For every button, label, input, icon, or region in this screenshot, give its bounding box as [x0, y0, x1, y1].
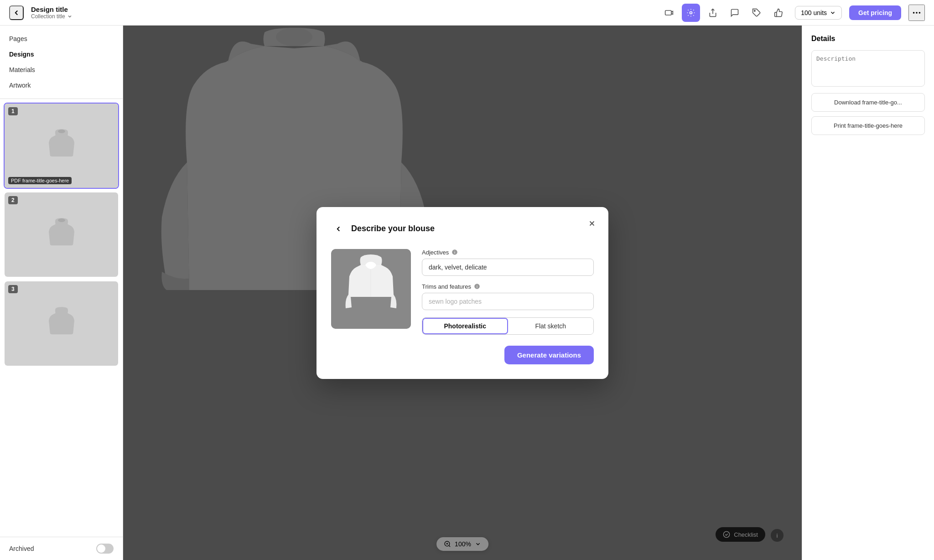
design-title: Design title: [31, 5, 653, 13]
trims-input[interactable]: [422, 293, 594, 310]
svg-point-3: [913, 12, 915, 14]
modal-back-button[interactable]: [331, 222, 346, 236]
generate-variations-button[interactable]: Generate variations: [504, 346, 594, 364]
sidebar-page-3[interactable]: 3: [4, 280, 119, 367]
modal-header: Describe your blouse: [331, 222, 594, 236]
sidebar-item-pages[interactable]: Pages: [0, 31, 123, 47]
comment-icon-button[interactable]: [726, 4, 744, 22]
sidebar-item-materials[interactable]: Materials: [0, 62, 123, 78]
archived-label: Archived: [9, 545, 34, 552]
modal-close-button[interactable]: [585, 216, 599, 231]
svg-point-5: [919, 12, 921, 14]
toggle-thumb: [97, 544, 105, 553]
page-1-image: [5, 104, 118, 188]
svg-point-2: [754, 10, 756, 11]
adjectives-field-group: Adjectives: [422, 249, 594, 276]
modal-footer: Generate variations: [331, 346, 594, 364]
svg-rect-0: [665, 10, 671, 15]
canvas-area: 100% Describe your blouse: [123, 26, 802, 560]
style-toggle-group: Photorealistic Flat sketch: [422, 317, 594, 335]
pdf-badge: PDF frame-title-goes-here: [8, 177, 72, 184]
tag-icon-button[interactable]: [747, 4, 766, 22]
page-2-image: [5, 192, 118, 277]
get-pricing-button[interactable]: Get pricing: [849, 5, 901, 20]
sidebar-nav: Pages Designs Materials Artwork: [0, 26, 123, 99]
print-button[interactable]: Print frame-title-goes-here: [811, 116, 925, 135]
adjectives-input[interactable]: [422, 259, 594, 276]
units-button[interactable]: 100 units: [795, 6, 842, 20]
sidebar-page-1[interactable]: 1 PDF frame-title-goes-here: [4, 103, 119, 189]
details-title: Details: [811, 35, 925, 43]
page-1-number: 1: [8, 107, 18, 115]
modal-overlay: Describe your blouse: [123, 26, 802, 560]
collection-title[interactable]: Collection title: [31, 13, 653, 20]
right-panel: Details Download frame-title-go... Print…: [802, 26, 934, 560]
video-icon-button[interactable]: [660, 4, 678, 22]
settings-icon-button[interactable]: [682, 4, 700, 22]
page-3-image: [5, 281, 118, 366]
back-button[interactable]: [9, 5, 24, 20]
topbar: Design title Collection title 100 units …: [0, 0, 934, 26]
sidebar-pages: 1 PDF frame-title-goes-here 2: [0, 99, 123, 537]
modal-dialog: Describe your blouse: [317, 207, 608, 379]
topbar-icons: [660, 4, 788, 22]
page-3-number: 3: [8, 285, 18, 293]
svg-point-1: [690, 11, 692, 14]
sidebar-item-artwork[interactable]: Artwork: [0, 78, 123, 93]
more-options-button[interactable]: [908, 5, 925, 21]
page-2-number: 2: [8, 196, 18, 204]
download-button[interactable]: Download frame-title-go...: [811, 93, 925, 112]
trims-field-group: Trims and features: [422, 283, 594, 310]
svg-point-4: [916, 12, 918, 14]
sidebar-page-2[interactable]: 2: [4, 192, 119, 278]
photorealistic-button[interactable]: Photorealistic: [422, 318, 508, 334]
adjectives-label: Adjectives: [422, 249, 594, 256]
flat-sketch-button[interactable]: Flat sketch: [508, 318, 594, 334]
archived-toggle[interactable]: [96, 544, 114, 554]
modal-title: Describe your blouse: [351, 224, 435, 233]
like-icon-button[interactable]: [769, 4, 788, 22]
modal-body: Adjectives Trims and features: [331, 249, 594, 335]
modal-form: Adjectives Trims and features: [422, 249, 594, 335]
trims-label: Trims and features: [422, 283, 594, 290]
share-icon-button[interactable]: [704, 4, 722, 22]
topbar-titles: Design title Collection title: [31, 5, 653, 20]
sidebar-item-designs[interactable]: Designs: [0, 47, 123, 62]
sidebar: Pages Designs Materials Artwork 1 PDF: [0, 26, 123, 560]
archived-section: Archived: [0, 537, 123, 560]
svg-point-7: [58, 218, 65, 222]
main-layout: Pages Designs Materials Artwork 1 PDF: [0, 26, 934, 560]
svg-point-6: [58, 130, 65, 133]
description-input[interactable]: [811, 50, 925, 87]
blouse-image: [331, 249, 411, 329]
